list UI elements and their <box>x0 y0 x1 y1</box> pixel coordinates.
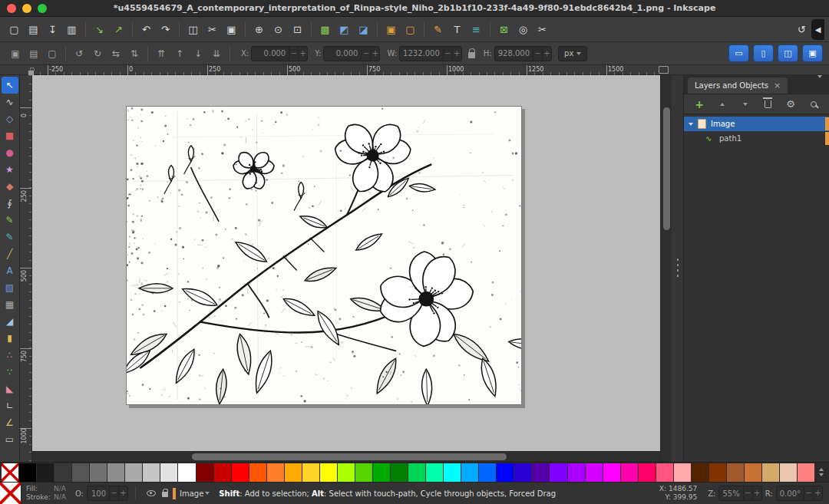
fill-stroke-dialog-button[interactable]: ✎ <box>428 20 448 39</box>
palette-swatch[interactable] <box>621 463 638 482</box>
w-field[interactable]: 1232.000−+ <box>399 46 462 61</box>
tweak-tool[interactable]: ∴ <box>2 347 18 364</box>
vertical-scrollbar-thumb[interactable] <box>663 107 670 230</box>
open-document-button[interactable]: ▤ <box>24 20 43 39</box>
palette-scroll-down-icon[interactable] <box>819 473 824 476</box>
node-tool[interactable]: ∿ <box>2 94 18 110</box>
group-objects-button[interactable]: ▣ <box>381 20 401 39</box>
horizontal-scrollbar-thumb[interactable] <box>192 453 507 460</box>
snap-controls-button[interactable]: ↺ <box>792 20 811 39</box>
deselect-button[interactable]: ▢ <box>43 45 61 62</box>
minimize-window-button[interactable] <box>22 4 31 13</box>
scale-corners-toggle[interactable]: ▯ <box>753 44 774 62</box>
palette-swatch[interactable] <box>90 463 107 482</box>
rotation-increase-button[interactable]: + <box>813 486 822 500</box>
palette-swatch[interactable] <box>408 463 425 482</box>
palette-swatch[interactable] <box>550 463 566 482</box>
rotate-ccw-button[interactable]: ↺ <box>70 45 88 62</box>
redo-button[interactable]: ↷ <box>156 20 175 39</box>
save-document-button[interactable]: ↧ <box>43 20 62 39</box>
palette-swatch[interactable] <box>54 463 71 482</box>
flip-horizontal-button[interactable]: ⇆ <box>107 45 125 62</box>
palette-swatch[interactable] <box>373 463 390 482</box>
palette-swatch[interactable] <box>479 463 496 482</box>
palette-swatch[interactable] <box>514 463 531 482</box>
palette-swatch[interactable] <box>338 463 355 482</box>
pages-tool[interactable]: ▭ <box>2 431 18 448</box>
pen-tool[interactable]: ✎ <box>2 229 18 245</box>
close-window-button[interactable] <box>7 4 16 13</box>
palette-swatch[interactable] <box>674 463 691 482</box>
palette-swatch[interactable] <box>285 463 302 482</box>
zoom-to-drawing-button[interactable]: ⊙ <box>269 20 288 39</box>
lock-ratio-icon[interactable] <box>468 52 475 58</box>
palette-swatch[interactable] <box>214 463 231 482</box>
document-page[interactable] <box>126 106 522 405</box>
palette-swatch[interactable] <box>267 463 284 482</box>
palette-swatch[interactable] <box>762 463 779 482</box>
h-field[interactable]: 928.000−+ <box>494 46 552 61</box>
lower-to-bottom-button[interactable]: ⇊ <box>207 45 226 62</box>
palette-swatch[interactable] <box>444 463 461 482</box>
page-corner-icon[interactable] <box>659 66 669 74</box>
y-increase-button[interactable]: + <box>370 47 379 61</box>
palette-swatch[interactable] <box>586 463 603 482</box>
horizontal-ruler[interactable]: -2500250500750100012501500 <box>32 65 660 75</box>
lower-layer-button[interactable] <box>736 96 755 113</box>
search-objects-button[interactable] <box>804 96 823 113</box>
x-increase-button[interactable]: + <box>298 47 307 61</box>
horizontal-scrollbar[interactable] <box>32 451 660 462</box>
palette-swatch[interactable] <box>232 463 249 482</box>
align-distribute-dialog-button[interactable]: ≡ <box>467 20 486 39</box>
close-tab-icon[interactable]: × <box>774 81 781 91</box>
box-3d-tool[interactable]: ◆ <box>2 178 18 195</box>
connector-tool[interactable]: ∟ <box>2 397 18 414</box>
palette-swatch[interactable] <box>72 463 89 482</box>
select-all-layers-button[interactable]: ▤ <box>25 45 43 62</box>
unlink-clone-button[interactable]: ◪ <box>354 20 373 39</box>
mesh-gradient-tool[interactable]: ▦ <box>2 296 18 313</box>
palette-swatch[interactable] <box>355 463 372 482</box>
h-decrease-button[interactable]: − <box>533 47 542 61</box>
text-tool[interactable]: A <box>2 262 18 279</box>
expander-icon[interactable] <box>689 123 698 126</box>
select-all-button[interactable]: ▣ <box>6 45 25 62</box>
gradient-tool[interactable]: ▧ <box>2 279 18 296</box>
spray-tool[interactable]: ∵ <box>2 364 18 380</box>
export-button[interactable]: ↗ <box>109 20 128 39</box>
raise-to-top-button[interactable]: ⇈ <box>152 45 170 62</box>
star-tool[interactable]: ★ <box>2 161 18 178</box>
palette-swatch[interactable] <box>143 463 160 482</box>
tab-layers-and-objects[interactable]: Layers and Objects × <box>688 77 788 94</box>
text-dialog-button[interactable]: T <box>448 20 467 39</box>
x-decrease-button[interactable]: − <box>289 47 298 61</box>
raise-layer-button[interactable] <box>713 96 732 113</box>
paint-bucket-tool[interactable]: ▮ <box>2 330 18 347</box>
opacity-field[interactable]: 100 − + <box>87 486 128 501</box>
zoom-to-selection-button[interactable]: ⊕ <box>249 20 269 39</box>
xml-editor-button[interactable]: ⊠ <box>494 20 514 39</box>
rotation-decrease-button[interactable]: − <box>804 486 813 500</box>
palette-swatch[interactable] <box>19 463 36 482</box>
pencil-tool[interactable]: ✎ <box>2 212 18 229</box>
h-increase-button[interactable]: + <box>542 47 551 61</box>
cut-button[interactable]: ✂ <box>203 20 222 39</box>
calligraphy-tool[interactable]: ╱ <box>2 245 18 262</box>
palette-scroll-up-icon[interactable] <box>819 468 824 471</box>
measure-tool[interactable]: ∠ <box>2 414 18 431</box>
chevron-down-icon[interactable] <box>205 492 210 495</box>
palette-swatch[interactable] <box>178 463 195 482</box>
rectangle-tool[interactable]: ■ <box>2 127 18 144</box>
shape-builder-tool[interactable]: ◇ <box>2 110 18 127</box>
scale-stroke-toggle[interactable]: ▭ <box>728 44 749 62</box>
raise-button[interactable]: ↑ <box>170 45 189 62</box>
palette-swatch[interactable] <box>568 463 585 482</box>
dropper-tool[interactable]: ◢ <box>2 313 18 330</box>
eraser-tool[interactable]: ◣ <box>2 380 18 397</box>
palette-swatch[interactable] <box>656 463 673 482</box>
lower-button[interactable]: ↓ <box>189 45 207 62</box>
zoom-increase-button[interactable]: + <box>752 486 761 500</box>
ellipse-tool[interactable]: ● <box>2 144 18 161</box>
palette-swatch[interactable] <box>197 463 213 482</box>
palette-swatch[interactable] <box>780 463 797 482</box>
